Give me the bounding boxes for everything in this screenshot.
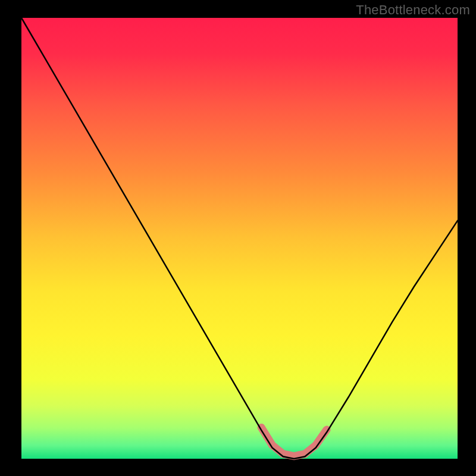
chart-stage: TheBottleneck.com <box>0 0 476 476</box>
watermark-text: TheBottleneck.com <box>356 2 470 18</box>
bottleneck-chart <box>0 0 476 476</box>
